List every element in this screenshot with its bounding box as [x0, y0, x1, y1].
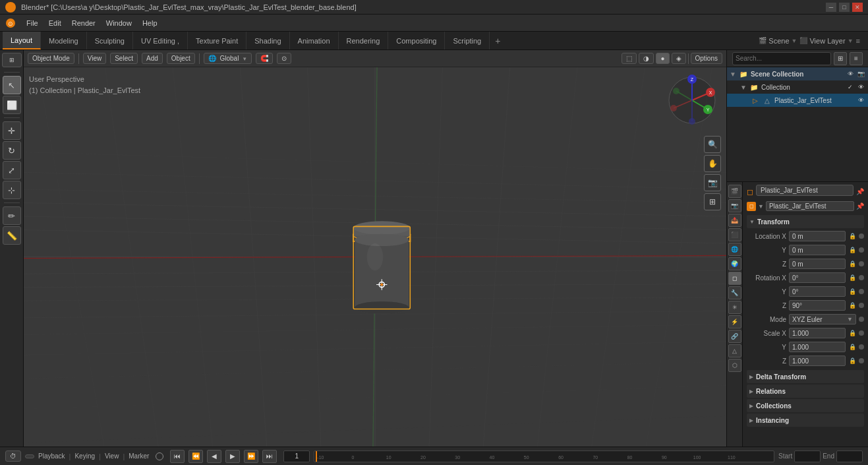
location-x-value[interactable]: 0 m	[789, 231, 846, 241]
object-active-name[interactable]: Plastic_Jar_EvlTest	[766, 201, 854, 211]
add-menu-button[interactable]: Add	[142, 53, 163, 64]
3d-viewport[interactable]: Object Mode View Select Add Object 🌐 Glo…	[24, 50, 726, 447]
location-z-value[interactable]: 0 m	[789, 259, 846, 269]
rotation-z-lock[interactable]: 🔒	[848, 301, 856, 309]
rotation-y-lock[interactable]: 🔒	[848, 288, 856, 295]
shading-mode-4[interactable]: ◈	[672, 53, 686, 64]
rotation-x-keyframe[interactable]	[859, 275, 864, 280]
tab-scripting[interactable]: Scripting	[445, 32, 490, 49]
minimize-button[interactable]: ─	[826, 3, 836, 12]
tab-uv-editing[interactable]: UV Editing ,	[133, 32, 188, 49]
collection-render-btn[interactable]: 👁	[856, 82, 865, 92]
prev-keyframe-button[interactable]: ⏪	[188, 450, 203, 463]
menu-help[interactable]: Help	[137, 15, 163, 31]
shading-mode-2[interactable]: ◑	[639, 53, 654, 64]
pan-view-button[interactable]: ✋	[704, 155, 721, 172]
prop-tab-world[interactable]: 🌍	[728, 257, 741, 270]
prop-tab-render[interactable]: 📷	[728, 199, 741, 212]
rotation-x-lock[interactable]: 🔒	[848, 274, 856, 282]
cursor-tool[interactable]: ↖	[3, 76, 21, 94]
transform-orientation[interactable]: 🌐 Global ▼	[204, 53, 252, 64]
select-menu-button[interactable]: Select	[110, 53, 138, 64]
close-button[interactable]: ✕	[852, 3, 863, 12]
select-box-tool[interactable]: ⬜	[3, 96, 21, 114]
prop-tab-object[interactable]: ◻	[728, 272, 741, 285]
keyframe-dot[interactable]	[156, 452, 163, 460]
grid-view-button[interactable]: ⊞	[704, 193, 721, 210]
add-workspace-button[interactable]: +	[490, 33, 506, 49]
tab-animation[interactable]: Animation	[290, 32, 339, 49]
object-mode-button[interactable]: Object Mode	[28, 53, 74, 64]
object-visibility-btn[interactable]: 👁	[856, 96, 865, 105]
timeline-scrubber[interactable]: -10 0 10 20 30 40 50 60 70 80 90 100 110	[314, 450, 774, 462]
rotation-mode-select[interactable]: XYZ Euler ▼	[789, 314, 856, 325]
transform-section-header[interactable]: ▼ Transform	[747, 215, 864, 228]
jump-start-button[interactable]: ⏮	[170, 450, 185, 463]
scale-x-keyframe[interactable]	[859, 330, 864, 336]
keying-label[interactable]: Keying	[74, 452, 95, 460]
menu-edit[interactable]: Edit	[43, 15, 67, 31]
scene-collection-render-btn[interactable]: 📷	[856, 69, 865, 78]
mode-selector[interactable]: ⊞	[2, 53, 22, 67]
menu-render[interactable]: Render	[67, 15, 101, 31]
maximize-button[interactable]: □	[839, 3, 850, 12]
location-y-keyframe[interactable]	[859, 247, 864, 253]
scale-tool[interactable]: ⤢	[3, 161, 21, 179]
collection-visibility-btn[interactable]: ✓	[846, 82, 855, 92]
prop-tab-material[interactable]: ⬡	[728, 359, 741, 372]
scene-collection-visibility-btn[interactable]: 👁	[846, 69, 855, 78]
prop-tab-output[interactable]: 📤	[728, 214, 741, 227]
prop-tab-physics[interactable]: ⚡	[728, 315, 741, 328]
proportional-edit[interactable]: ⊙	[277, 53, 291, 64]
instancing-header[interactable]: ▶ Instancing	[747, 414, 864, 427]
play-button[interactable]: ▶	[225, 450, 240, 463]
scene-collection-row[interactable]: ▼ 📁 Scene Collection 👁 📷	[727, 67, 868, 80]
scale-y-keyframe[interactable]	[859, 344, 864, 350]
menu-window[interactable]: Window	[101, 15, 137, 31]
rotation-y-value[interactable]: 0°	[789, 286, 846, 297]
view-layer-selector[interactable]: ⬛ View Layer ▼	[799, 37, 853, 45]
location-y-value[interactable]: 0 m	[789, 245, 846, 255]
navigation-gizmo[interactable]: X Y Z	[666, 74, 718, 127]
object-pin-button[interactable]: 📌	[856, 202, 864, 210]
rotation-z-keyframe[interactable]	[859, 303, 864, 308]
playback-menu-button[interactable]	[25, 454, 34, 458]
scale-z-value[interactable]: 1.000	[789, 356, 846, 366]
tab-texture-paint[interactable]: Texture Paint	[188, 32, 246, 49]
scale-z-lock[interactable]: 🔒	[848, 357, 856, 365]
scale-z-keyframe[interactable]	[859, 358, 864, 363]
prop-tab-modifier[interactable]: 🔧	[728, 286, 741, 299]
tab-shading[interactable]: Shading	[246, 32, 289, 49]
tab-sculpting[interactable]: Sculpting	[87, 32, 133, 49]
start-frame-input[interactable]: 1	[794, 450, 821, 462]
tab-rendering[interactable]: Rendering	[339, 32, 389, 49]
camera-view-button[interactable]: 📷	[704, 174, 721, 191]
outliner-filter-button[interactable]: ⊞	[834, 52, 847, 65]
current-frame-input[interactable]: 1	[283, 450, 310, 462]
object-menu-button[interactable]: Object	[167, 53, 195, 64]
scale-x-lock[interactable]: 🔒	[848, 329, 856, 337]
zoom-to-fit-button[interactable]: 🔍	[704, 136, 721, 153]
location-x-lock[interactable]: 🔒	[848, 232, 856, 240]
tab-compositing[interactable]: Compositing	[388, 32, 445, 49]
next-keyframe-button[interactable]: ⏩	[244, 450, 258, 463]
snap-button[interactable]: 🧲	[256, 53, 273, 64]
location-z-keyframe[interactable]	[859, 261, 864, 266]
scene-selector[interactable]: 🎬 Scene ▼	[759, 37, 797, 45]
outliner-search-input[interactable]	[732, 52, 831, 65]
shading-mode-3[interactable]: ●	[656, 53, 669, 64]
prop-tab-scene2[interactable]: 🌐	[728, 243, 741, 256]
pin-icon[interactable]: 📌	[856, 188, 864, 195]
prop-tab-view-layer[interactable]: ⬛	[728, 228, 741, 241]
mode-keyframe[interactable]	[859, 317, 864, 322]
header-settings[interactable]: ≡	[856, 37, 860, 45]
menu-file[interactable]: File	[21, 15, 43, 31]
transform-tool[interactable]: ⊹	[3, 181, 21, 199]
collection-row[interactable]: ▼ 📁 Collection ✓ 👁	[727, 80, 868, 94]
prop-tab-data[interactable]: △	[728, 344, 741, 357]
relations-header[interactable]: ▶ Relations	[747, 385, 864, 398]
measure-tool[interactable]: 📏	[3, 226, 21, 245]
tab-layout[interactable]: Layout	[3, 32, 41, 49]
marker-label[interactable]: Marker	[129, 452, 149, 460]
move-tool[interactable]: ✛	[3, 121, 21, 140]
